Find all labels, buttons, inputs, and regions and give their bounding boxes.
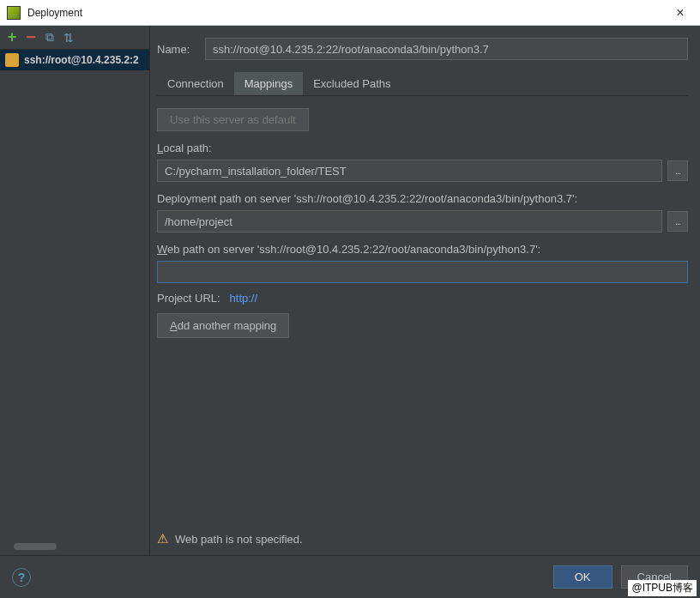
watermark: @ITPUB博客 bbox=[628, 580, 697, 596]
add-mapping-button[interactable]: Add another mapping bbox=[157, 313, 289, 338]
window-title: Deployment bbox=[27, 7, 661, 19]
close-icon[interactable]: × bbox=[661, 5, 700, 21]
right-pane: Name: Connection Mappings Excluded Paths… bbox=[150, 26, 700, 555]
ok-button[interactable]: OK bbox=[553, 565, 612, 589]
server-type-icon bbox=[5, 53, 19, 67]
local-path-label: Local path: bbox=[157, 142, 688, 154]
server-item-label: ssh://root@10.4.235.2:2 bbox=[24, 54, 139, 66]
warning-icon: ⚠ bbox=[157, 531, 168, 547]
app-icon bbox=[7, 6, 21, 20]
web-path-label: Web path on server 'ssh://root@10.4.235.… bbox=[157, 243, 688, 256]
title-bar: Deployment × bbox=[0, 0, 700, 26]
copy-server-icon[interactable]: ⧉ bbox=[43, 31, 57, 45]
help-button[interactable]: ? bbox=[12, 568, 31, 587]
scrollbar-thumb[interactable] bbox=[14, 543, 57, 550]
server-item[interactable]: ssh://root@10.4.235.2:2 bbox=[0, 50, 149, 70]
button-bar: ? OK Cancel bbox=[0, 555, 700, 598]
edit-server-icon[interactable]: ⇅ bbox=[62, 31, 75, 45]
tab-excluded-paths[interactable]: Excluded Paths bbox=[303, 72, 401, 95]
local-path-input[interactable] bbox=[157, 160, 662, 182]
web-path-input[interactable] bbox=[157, 261, 688, 283]
tab-connection[interactable]: Connection bbox=[157, 72, 234, 95]
project-url-link[interactable]: http:// bbox=[230, 292, 258, 305]
browse-deployment-button[interactable]: ... bbox=[667, 211, 688, 232]
server-list: ssh://root@10.4.235.2:2 bbox=[0, 50, 149, 541]
project-url-label: Project URL: bbox=[157, 292, 220, 305]
deployment-path-input[interactable] bbox=[157, 210, 662, 233]
browse-local-button[interactable]: ... bbox=[667, 160, 688, 181]
name-label: Name: bbox=[157, 43, 196, 56]
local-path-row: ... bbox=[157, 160, 688, 182]
use-default-button[interactable]: Use this server as default bbox=[157, 108, 309, 131]
project-url-row: Project URL: http:// bbox=[157, 292, 688, 305]
tab-mappings[interactable]: Mappings bbox=[234, 72, 303, 95]
name-row: Name: bbox=[157, 38, 688, 60]
add-server-icon[interactable]: + bbox=[5, 31, 19, 45]
tabs: Connection Mappings Excluded Paths bbox=[157, 72, 688, 96]
warning-bar: ⚠ Web path is not specified. bbox=[157, 522, 688, 555]
left-toolbar: + − ⧉ ⇅ bbox=[0, 26, 149, 50]
dialog-body: + − ⧉ ⇅ ssh://root@10.4.235.2:2 Name: Co… bbox=[0, 26, 700, 555]
web-path-row bbox=[157, 261, 688, 283]
deployment-path-label: Deployment path on server 'ssh://root@10… bbox=[157, 192, 688, 205]
warning-text: Web path is not specified. bbox=[175, 533, 303, 546]
horizontal-scrollbar[interactable] bbox=[5, 543, 144, 550]
deployment-path-row: ... bbox=[157, 210, 688, 233]
left-pane: + − ⧉ ⇅ ssh://root@10.4.235.2:2 bbox=[0, 26, 150, 555]
remove-server-icon[interactable]: − bbox=[24, 31, 38, 45]
name-input[interactable] bbox=[205, 38, 688, 60]
